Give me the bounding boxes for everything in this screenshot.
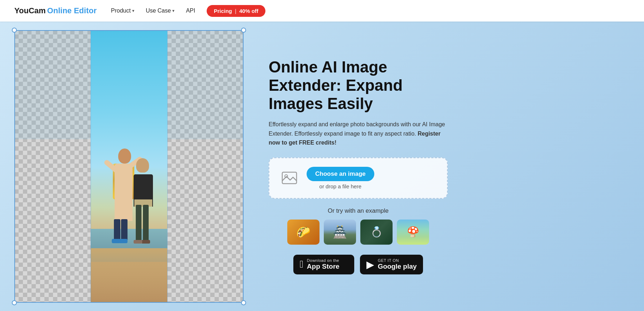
example-jewelry[interactable] xyxy=(360,220,393,245)
couple-figure xyxy=(100,106,158,242)
nav: Product ▾ Use Case ▾ API Pricing | 40% o… xyxy=(111,5,630,17)
handle-top-right[interactable] xyxy=(241,28,246,33)
google-play-text: GET IT ON Google play xyxy=(378,258,417,271)
nav-use-case[interactable]: Use Case ▾ xyxy=(146,8,174,14)
app-store-text: Download on the App Store xyxy=(307,258,340,271)
info-panel: Online AI Image Extender: Expand Images … xyxy=(261,29,448,304)
logo[interactable]: YouCam Online Editor xyxy=(14,6,97,15)
expanded-right xyxy=(167,30,244,303)
app-store-main: App Store xyxy=(307,263,340,271)
logo-youcam-text: YouCam xyxy=(14,6,46,15)
handle-top-left[interactable] xyxy=(12,28,17,33)
choose-image-button[interactable]: Choose an image xyxy=(307,167,374,181)
app-store-badge[interactable]:  Download on the App Store xyxy=(293,255,354,274)
person2 xyxy=(131,135,156,242)
badges-row:  Download on the App Store ▶ GET IT ON … xyxy=(269,255,448,274)
examples-row xyxy=(269,220,448,245)
logo-online-editor-text: Online Editor xyxy=(47,6,97,15)
pricing-divider: | xyxy=(235,8,236,14)
image-canvas xyxy=(14,30,244,303)
google-play-sub: GET IT ON xyxy=(378,258,417,263)
checker-right xyxy=(167,30,244,303)
grid-line-vertical-2 xyxy=(167,30,168,303)
example-castle[interactable] xyxy=(324,220,356,245)
google-play-main: Google play xyxy=(378,263,417,271)
editor-area xyxy=(11,29,247,304)
upload-icon xyxy=(279,168,299,188)
handle-bottom-left[interactable] xyxy=(12,300,17,305)
examples-label: Or try with an example xyxy=(269,207,448,215)
app-store-sub: Download on the xyxy=(307,258,340,263)
header: YouCam Online Editor Product ▾ Use Case … xyxy=(0,0,644,22)
drop-file-label: or drop a file here xyxy=(307,183,374,189)
p2-head xyxy=(136,158,149,173)
nav-product[interactable]: Product ▾ xyxy=(111,8,134,14)
example-tacos[interactable] xyxy=(287,220,319,245)
main-content: Online AI Image Extender: Expand Images … xyxy=(0,22,644,311)
upload-text: Choose an image or drop a file here xyxy=(307,167,374,189)
thumb-jewelry-img xyxy=(360,220,393,245)
p1-head xyxy=(118,149,131,164)
checker-left xyxy=(14,30,91,303)
expanded-left xyxy=(14,30,91,303)
beach-photo-bg xyxy=(91,30,167,303)
apple-icon:  xyxy=(300,259,303,270)
p2-legs xyxy=(136,205,141,242)
thumb-tacos-img xyxy=(287,220,319,245)
hero-description: Effortlessly expand and enlarge photo ba… xyxy=(269,120,448,147)
chevron-down-icon: ▾ xyxy=(172,8,174,13)
example-nature[interactable] xyxy=(397,220,429,245)
thumb-castle-img xyxy=(324,220,356,245)
image-upload-svg xyxy=(281,169,298,187)
sand-element xyxy=(91,248,167,303)
google-play-icon: ▶ xyxy=(366,259,374,270)
p1-shoes xyxy=(112,239,120,243)
nav-api[interactable]: API xyxy=(186,8,195,14)
svg-rect-0 xyxy=(282,172,297,184)
p2-sandals xyxy=(134,240,142,244)
thumb-nature-img xyxy=(397,220,429,245)
pricing-button[interactable]: Pricing | 40% off xyxy=(207,5,265,17)
grid-line-vertical-1 xyxy=(91,30,91,303)
google-play-badge[interactable]: ▶ GET IT ON Google play xyxy=(360,255,423,274)
page-title: Online AI Image Extender: Expand Images … xyxy=(269,58,448,113)
handle-bottom-right[interactable] xyxy=(241,300,246,305)
canvas-container xyxy=(14,30,244,303)
chevron-down-icon: ▾ xyxy=(132,8,134,13)
upload-area[interactable]: Choose an image or drop a file here xyxy=(269,157,448,199)
original-photo xyxy=(91,30,167,303)
